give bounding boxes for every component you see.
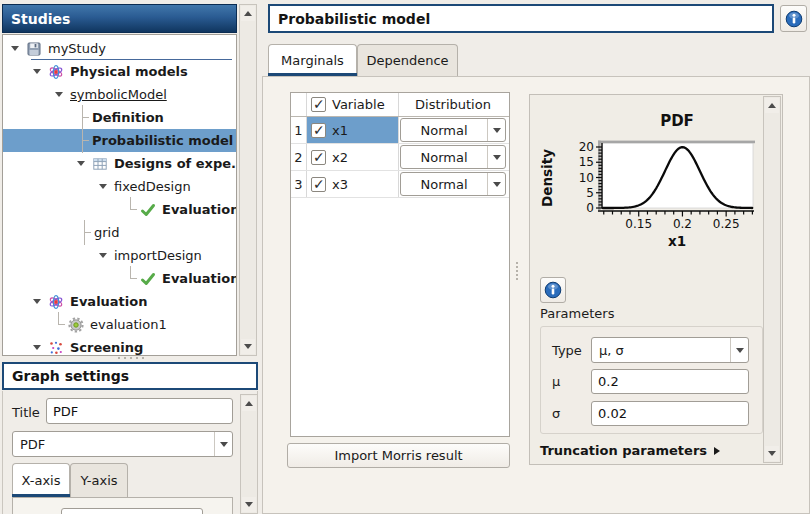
mu-input[interactable]: [591, 369, 749, 394]
arrow-up-icon: [245, 401, 253, 406]
tree-branch-line: [53, 313, 65, 336]
tree-item-designs-of-expe-[interactable]: Designs of expe...: [3, 152, 236, 175]
expand-caret-icon[interactable]: [55, 92, 63, 97]
studies-panel-header: Studies: [2, 4, 237, 33]
svg-text:10: 10: [579, 171, 594, 185]
detail-panel-scrollbar[interactable]: [763, 96, 781, 463]
info-icon: [785, 10, 803, 28]
tree-item-grid[interactable]: grid: [3, 221, 236, 244]
atom-icon: [48, 64, 64, 80]
plot-type-select[interactable]: PDF: [12, 431, 233, 457]
tree-item-mystudy[interactable]: myStudy: [3, 37, 236, 60]
tree-item-screening[interactable]: Screening: [3, 336, 236, 356]
row-number-cell[interactable]: 3: [291, 171, 307, 197]
tree-item-importdesign[interactable]: importDesign: [3, 244, 236, 267]
parameters-label: Parameters: [540, 306, 614, 321]
tab-marginals[interactable]: Marginals: [268, 44, 357, 76]
scroll-up-button[interactable]: [242, 396, 256, 411]
variable-checkbox[interactable]: [311, 177, 326, 192]
save-icon: [26, 41, 42, 57]
arrow-down-icon: [245, 502, 253, 507]
vertical-splitter-handle[interactable]: [516, 260, 518, 282]
corner-header-cell: [291, 93, 307, 116]
expand-caret-icon[interactable]: [33, 345, 41, 350]
distribution-header-cell: Distribution: [399, 93, 507, 116]
tree-item-evaluation[interactable]: Evaluation: [3, 198, 236, 221]
info-icon: [544, 281, 562, 299]
chevron-down-icon: [493, 182, 501, 187]
svg-text:0.25: 0.25: [713, 217, 740, 231]
tree-item-label: evaluation1: [90, 317, 167, 332]
arrow-down-icon: [768, 451, 776, 456]
svg-text:0: 0: [586, 201, 594, 215]
distribution-cell: Normal: [399, 171, 507, 197]
variable-checkbox[interactable]: [311, 150, 326, 165]
distribution-info-button[interactable]: [540, 277, 566, 303]
parameter-type-value: μ, σ: [592, 338, 730, 362]
gear-icon: [68, 317, 84, 333]
tree-item-label: Evaluation: [162, 202, 237, 217]
combo-arrow-zone[interactable]: [730, 338, 748, 362]
expand-caret-icon[interactable]: [33, 299, 41, 304]
expand-caret-icon[interactable]: [99, 253, 107, 258]
tree-item-evaluation1[interactable]: evaluation1: [3, 313, 236, 336]
tab-y-axis[interactable]: Y-axis: [70, 463, 128, 497]
expand-caret-icon[interactable]: [77, 161, 85, 166]
graph-settings-header: Graph settings: [2, 362, 258, 390]
variable-cell[interactable]: x3: [307, 171, 399, 197]
combo-arrow-zone[interactable]: [487, 173, 505, 195]
row-number-cell[interactable]: 1: [291, 117, 307, 143]
variable-cell[interactable]: x1: [307, 117, 399, 143]
select-all-checkbox[interactable]: [311, 97, 326, 112]
tree-item-symbolicmodel[interactable]: symbolicModel: [3, 83, 236, 106]
row-number-cell[interactable]: 2: [291, 144, 307, 170]
combo-arrow-zone[interactable]: [487, 119, 505, 141]
studies-panel-title: Studies: [11, 11, 70, 27]
truncation-parameters-toggle[interactable]: Truncation parameters: [540, 443, 720, 458]
tree-item-label: Evaluation: [162, 271, 237, 286]
svg-text:0.15: 0.15: [625, 217, 652, 231]
expand-caret-icon[interactable]: [11, 46, 19, 51]
scroll-up-button[interactable]: [765, 98, 779, 113]
combo-arrow-zone[interactable]: [214, 432, 232, 456]
tree-item-evaluation[interactable]: Evaluation: [3, 267, 236, 290]
distribution-select[interactable]: Normal: [400, 172, 506, 196]
parameter-type-select[interactable]: μ, σ: [591, 337, 749, 363]
tree-item-physical-models[interactable]: Physical models: [3, 60, 236, 83]
tree-item-probabilistic-model[interactable]: Probabilistic model: [3, 129, 236, 152]
distribution-select[interactable]: Normal: [400, 145, 506, 169]
scroll-down-button[interactable]: [242, 497, 256, 512]
svg-text:Density: Density: [539, 149, 555, 207]
axis-field-partial[interactable]: [61, 508, 203, 514]
arrow-up-icon: [244, 11, 252, 16]
combo-arrow-zone[interactable]: [487, 146, 505, 168]
tree-item-fixeddesign[interactable]: fixedDesign: [3, 175, 236, 198]
distribution-value: Normal: [401, 146, 487, 168]
scroll-down-button[interactable]: [241, 339, 255, 354]
axis-settings-pane: [12, 497, 233, 514]
horizontal-splitter-handle[interactable]: [116, 357, 146, 359]
distribution-cell: Normal: [399, 117, 507, 143]
tree-item-label: Designs of expe...: [114, 156, 237, 171]
graph-settings-scrollbar[interactable]: [240, 394, 258, 514]
variable-cell[interactable]: x2: [307, 144, 399, 170]
variable-checkbox[interactable]: [311, 123, 326, 138]
tree-branch-line: [79, 221, 91, 244]
tab-x-axis[interactable]: X-axis: [12, 463, 70, 497]
expand-caret-icon[interactable]: [33, 69, 41, 74]
tab-dependence[interactable]: Dependence: [357, 44, 458, 76]
header-info-button[interactable]: [780, 5, 807, 32]
expand-caret-icon[interactable]: [99, 184, 107, 189]
tree-item-definition[interactable]: Definition: [3, 106, 236, 129]
svg-text:PDF: PDF: [660, 112, 694, 130]
distribution-select[interactable]: Normal: [400, 118, 506, 142]
tree-item-evaluation[interactable]: Evaluation: [3, 290, 236, 313]
import-morris-button[interactable]: Import Morris result: [287, 443, 510, 468]
scroll-up-button[interactable]: [241, 6, 255, 21]
scroll-down-button[interactable]: [765, 446, 779, 461]
sigma-input[interactable]: [591, 401, 749, 426]
studies-scrollbar[interactable]: [239, 4, 257, 356]
graph-title-input[interactable]: [46, 398, 233, 424]
table-row: 2x2Normal: [291, 144, 509, 171]
studies-tree-body: myStudyPhysical modelssymbolicModelDefin…: [2, 34, 237, 356]
